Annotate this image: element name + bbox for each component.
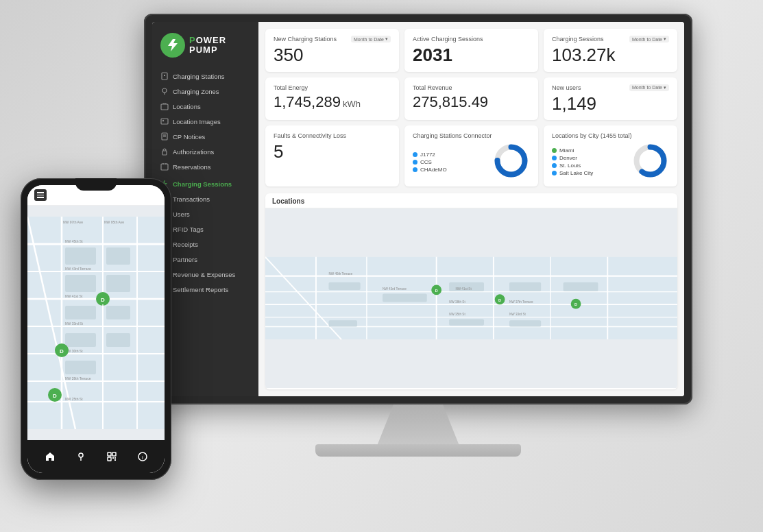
svg-text:NW 45th St: NW 45th St bbox=[65, 239, 83, 243]
new-users-badge[interactable]: Month to Date ▾ bbox=[629, 84, 669, 91]
svg-rect-3 bbox=[161, 119, 168, 124]
svg-rect-42 bbox=[383, 294, 427, 302]
stat-card-header: Active Charging Sessions bbox=[413, 36, 530, 43]
new-charging-stations-value: 350 bbox=[274, 45, 391, 65]
sidebar-item-charging-stations[interactable]: Charging Stations bbox=[152, 69, 258, 84]
phone-nav-info[interactable]: i bbox=[135, 449, 150, 464]
stat-card-new-users: New users Month to Date ▾ 1,149 bbox=[544, 77, 677, 121]
main-content: New Charging Stations Month to Date ▾ 35… bbox=[258, 22, 684, 396]
connector-donut-chart bbox=[492, 142, 530, 180]
legend-dot bbox=[413, 167, 417, 172]
sidebar-item-location-images[interactable]: Location Images bbox=[152, 114, 258, 129]
phone-notch bbox=[75, 178, 117, 191]
monitor-screen: POWER PUMP Charging Stations Charging Zo… bbox=[144, 14, 692, 404]
sidebar-item-reservations[interactable]: Reservations bbox=[152, 159, 258, 174]
svg-rect-82 bbox=[65, 361, 96, 374]
hamburger-line bbox=[37, 197, 44, 198]
legend-dot bbox=[552, 171, 557, 176]
svg-text:NW 45th Terrace: NW 45th Terrace bbox=[328, 272, 352, 276]
svg-rect-101 bbox=[108, 457, 111, 461]
connector-legend: J1772 CCS CHAdeMO bbox=[413, 152, 485, 173]
monitor-stand-neck bbox=[377, 404, 459, 446]
stat-card-total-energy: Total Energy 1,745,289kWh bbox=[265, 77, 399, 121]
phone-map[interactable]: NW 45th St NW 43rd Terrace NW 41st St NW… bbox=[27, 206, 165, 440]
legend-dot bbox=[552, 156, 557, 160]
svg-text:NW 33rd St: NW 33rd St bbox=[509, 313, 526, 316]
logo-text: POWER PUMP bbox=[189, 36, 226, 56]
sidebar-item-locations[interactable]: Locations bbox=[152, 99, 258, 114]
phone-nav-home[interactable] bbox=[43, 449, 58, 464]
sidebar-logo: POWER PUMP bbox=[152, 22, 258, 66]
sidebar-item-charging-zones[interactable]: Charging Zones bbox=[152, 84, 258, 99]
svg-point-1 bbox=[162, 88, 167, 93]
scene: POWER PUMP Charging Stations Charging Zo… bbox=[0, 0, 763, 532]
svg-rect-78 bbox=[65, 306, 96, 319]
monitor-screen-inner: POWER PUMP Charging Stations Charging Zo… bbox=[152, 22, 684, 396]
legend-item-slc: Salt Lake City bbox=[552, 170, 626, 176]
city-card: Miami Denver St. Louis bbox=[552, 142, 669, 180]
legend-item-chademo: CHAdeMO bbox=[413, 167, 485, 173]
phone: NW 45th St NW 43rd Terrace NW 41st St NW… bbox=[21, 178, 171, 480]
connector-card: J1772 CCS CHAdeMO bbox=[413, 142, 530, 180]
total-energy-value: 1,745,289kWh bbox=[274, 94, 391, 110]
svg-rect-103 bbox=[114, 457, 116, 459]
svg-rect-47 bbox=[449, 319, 484, 326]
phone-screen: NW 45th St NW 43rd Terrace NW 41st St NW… bbox=[27, 185, 165, 473]
svg-text:NW 28th Terrace: NW 28th Terrace bbox=[65, 376, 91, 380]
new-users-title: New users bbox=[552, 84, 581, 91]
dashboard-grid: New Charging Stations Month to Date ▾ 35… bbox=[258, 22, 684, 193]
phone-body: NW 45th St NW 43rd Terrace NW 41st St NW… bbox=[21, 178, 171, 480]
phone-nav-map[interactable] bbox=[73, 449, 88, 464]
svg-rect-77 bbox=[106, 275, 130, 292]
svg-rect-48 bbox=[509, 320, 541, 326]
connector-info: J1772 CCS CHAdeMO bbox=[413, 147, 485, 174]
active-sessions-value: 2031 bbox=[413, 45, 530, 65]
stat-card-faults: Faults & Connectivity Loss 5 bbox=[265, 125, 399, 186]
svg-text:NW 33rd St: NW 33rd St bbox=[65, 322, 83, 326]
city-info: Miami Denver St. Louis bbox=[552, 145, 626, 178]
svg-rect-62 bbox=[27, 217, 165, 429]
svg-text:D: D bbox=[498, 298, 501, 302]
svg-rect-99 bbox=[108, 452, 111, 456]
total-revenue-value: 275,815.49 bbox=[413, 94, 530, 110]
map-container[interactable]: NW 45th Terrace NW 43rd Terrace NW 41st … bbox=[265, 208, 677, 388]
hamburger-icon[interactable] bbox=[34, 189, 47, 201]
phone-nav-qr[interactable] bbox=[104, 449, 119, 464]
svg-rect-44 bbox=[509, 282, 541, 291]
stat-card-new-charging-stations: New Charging Stations Month to Date ▾ 35… bbox=[265, 29, 399, 72]
legend-dot bbox=[552, 148, 557, 153]
sidebar-item-cp-notices[interactable]: CP Notices bbox=[152, 129, 258, 144]
new-charging-stations-title: New Charging Stations bbox=[274, 36, 337, 43]
faults-value: 5 bbox=[274, 142, 391, 162]
legend-dot bbox=[413, 152, 417, 157]
hamburger-line bbox=[37, 195, 44, 196]
svg-text:D: D bbox=[574, 302, 577, 306]
svg-text:i: i bbox=[142, 455, 143, 461]
svg-rect-41 bbox=[328, 282, 360, 290]
map-title: Locations bbox=[265, 193, 677, 208]
svg-rect-74 bbox=[65, 247, 96, 265]
svg-rect-100 bbox=[112, 452, 116, 456]
charging-sessions-value: 103.27k bbox=[552, 45, 669, 65]
sidebar-item-authorizations[interactable]: Authorizations bbox=[152, 144, 258, 159]
new-charging-stations-badge[interactable]: Month to Date ▾ bbox=[351, 36, 391, 43]
svg-rect-9 bbox=[161, 164, 168, 170]
stat-card-active-sessions: Active Charging Sessions 2031 bbox=[404, 29, 538, 72]
svg-rect-79 bbox=[106, 306, 130, 319]
total-energy-title: Total Energy bbox=[274, 84, 308, 91]
new-users-value: 1,149 bbox=[552, 94, 669, 114]
cities-donut-chart bbox=[631, 142, 669, 180]
svg-rect-76 bbox=[65, 275, 96, 292]
map-svg: NW 45th Terrace NW 43rd Terrace NW 41st … bbox=[265, 208, 677, 388]
svg-rect-46 bbox=[328, 320, 357, 326]
stat-card-connector: Charging Stations Connector J1772 bbox=[404, 125, 538, 186]
charging-sessions-badge[interactable]: Month to Date ▾ bbox=[629, 36, 669, 43]
svg-text:NW 43rd Terrace: NW 43rd Terrace bbox=[383, 287, 407, 291]
monitor: POWER PUMP Charging Stations Charging Zo… bbox=[144, 14, 713, 480]
legend-item-stlouis: St. Louis bbox=[552, 162, 626, 169]
svg-text:NW 37th Terrace: NW 37th Terrace bbox=[509, 300, 533, 304]
svg-text:NW 41st St: NW 41st St bbox=[455, 287, 472, 291]
monitor-stand-base bbox=[315, 444, 521, 457]
svg-text:D: D bbox=[53, 393, 57, 399]
total-revenue-title: Total Revenue bbox=[413, 84, 452, 91]
